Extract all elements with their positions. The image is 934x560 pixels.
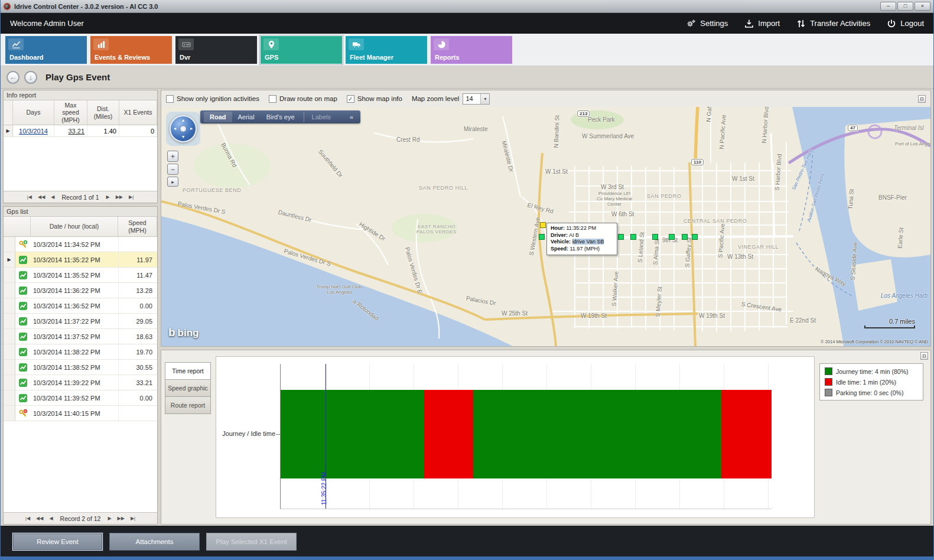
last-record-button[interactable]: ▶| [128,194,135,200]
chart-tab-speed-graphic[interactable]: Speed graphic [165,379,211,397]
bing-logo[interactable]: b bing [168,326,199,339]
tab-events-reviews[interactable]: Events & Reviews [90,36,172,64]
column-days[interactable]: Days [13,100,54,125]
gps-point-icon [15,360,31,375]
maximize-button[interactable]: □ [897,2,913,11]
prev-record-button[interactable]: ◀ [48,516,54,521]
tab-dvr[interactable]: Dvr [175,36,257,64]
gps-speed: 13.28 [118,283,157,298]
map[interactable]: MiralestePeck ParkW Summerland AveCrest … [161,107,930,346]
close-button[interactable]: × [915,2,930,11]
gps-point-marker[interactable] [682,234,688,240]
tab-fleet-manager[interactable]: Fleet Manager [346,36,427,64]
import-button[interactable]: Import [744,19,780,28]
first-record-button[interactable]: |◀ [24,516,31,521]
map-label: Trump Nat'l Golf Club-Los Angeles [314,284,366,295]
gps-datetime: 10/3/2014 11:38:22 PM [31,344,118,359]
next-record-button[interactable]: ▶ [105,194,111,200]
map-view-road[interactable]: Road [204,112,232,122]
column-max-speed[interactable]: Max speed (MPH) [54,100,87,125]
gps-list-row[interactable]: 10/3/2014 11:36:52 PM 0.00 [4,298,157,314]
prev-page-button[interactable]: ◀◀ [35,516,44,521]
map-label: W 3rd St [601,184,624,190]
gps-speed: 18.63 [118,329,157,344]
gps-point-marker[interactable] [630,234,636,240]
right-column: Show only ignition activitiesDraw route … [161,90,931,525]
column-speed[interactable]: Speed (MPH) [118,217,157,236]
checkbox-show-map-info[interactable]: ✓Show map info [347,95,402,103]
gps-list-row[interactable]: 10/3/2014 11:35:52 PM 11.47 [4,268,157,283]
map-label: W 13th St [727,253,753,260]
collapse-chart-panel-button[interactable] [920,352,928,360]
gps-list-row[interactable]: 10/3/2014 11:39:22 PM 33.21 [4,375,157,390]
row-indicator [4,375,15,390]
next-page-button[interactable]: ▶▶ [116,516,126,521]
gps-point-marker[interactable] [669,234,675,240]
gps-point-marker[interactable] [652,234,658,240]
map-label: BNSF-Pier [878,194,907,201]
gps-point-marker[interactable] [618,234,624,240]
last-record-button[interactable]: ▶| [129,516,136,521]
nav-down-button[interactable]: ↓ [24,71,37,84]
play-selected-x1-event-button[interactable]: Play Selected X1 Event [206,533,297,551]
expand-button[interactable]: ▸ [167,177,178,187]
settings-button[interactable]: Settings [686,19,728,28]
legend-swatch [825,367,832,375]
map-pan-control[interactable]: ▲ ▲ ▲ ▲ [166,112,200,146]
review-event-button[interactable]: Review Event [12,533,103,551]
prev-page-button[interactable]: ◀◀ [37,194,46,200]
map-zoom-select[interactable]: 14 ▼ [463,93,490,105]
gps-point-marker[interactable] [539,234,545,240]
tab-gps[interactable]: GPS [261,36,342,64]
chart-tab-route-report[interactable]: Route report [165,396,211,414]
column-x1-events[interactable]: X1 Events [119,100,157,125]
gps-list-row[interactable]: 10/3/2014 11:38:22 PM 19.70 [4,344,157,360]
gps-list-row[interactable]: 10/3/2014 11:37:22 PM 29.05 [4,314,157,329]
checkbox-show-only-ignition-activities[interactable]: Show only ignition activities [166,95,259,103]
chart-tab-time-report[interactable]: Time report [165,362,211,380]
gps-list-row[interactable]: 10/3/2014 11:40:15 PM [4,406,157,421]
next-record-button[interactable]: ▶ [106,516,112,521]
info-record-navigator: |◀ ◀◀ ◀ Record 1 of 1 ▶ ▶▶ ▶| [4,191,157,203]
tab-reports[interactable]: Reports [431,36,512,64]
tab-dashboard[interactable]: Dashboard [5,36,87,64]
topbar: Welcome Admin User SettingsImportTransfe… [1,13,933,34]
map-view-bird-s-eye[interactable]: Bird's eye [261,112,301,122]
map-options: Show only ignition activitiesDraw route … [166,95,402,103]
max-speed-link[interactable]: 33.21 [68,128,84,135]
collapse-map-panel-button[interactable] [918,95,926,103]
column-datetime[interactable]: Date / hour (local) [31,217,118,236]
gps-list-row[interactable]: 10/3/2014 11:37:52 PM 18.63 [4,329,157,344]
legend-swatch [825,389,832,396]
minimize-button[interactable]: – [880,2,896,11]
next-page-button[interactable]: ▶▶ [115,194,124,200]
collapse-map-menu-button[interactable]: « [346,112,357,122]
prev-record-button[interactable]: ◀ [50,194,56,200]
gps-list-row[interactable]: 10/3/2014 11:39:52 PM 0.00 [4,390,157,406]
attachments-button[interactable]: Attachments [109,533,200,551]
gps-list-row[interactable]: 10/3/2014 11:34:52 PM [4,237,157,252]
app-window: Idrive Control Center - 3.0.2 version - … [0,0,934,560]
event-start-marker[interactable] [540,222,546,228]
gps-list-row[interactable]: 10/3/2014 11:38:52 PM 30.55 [4,360,157,375]
map-label: San Pedro Hill [419,185,468,191]
map-view-aerial[interactable]: Aerial [232,112,261,122]
map-label: Terminal Isl [894,125,924,131]
zoom-in-button[interactable]: + [167,151,178,162]
zoom-out-button[interactable]: − [167,164,178,175]
row-indicator: ▶ [4,125,13,136]
gps-point-marker[interactable] [692,234,698,240]
gps-list-row[interactable]: 10/3/2014 11:36:22 PM 13.28 [4,283,157,298]
gps-list-row[interactable]: ▶ 10/3/2014 11:35:22 PM 11.97 [4,252,157,268]
checkbox-draw-route-on-map[interactable]: Draw route on map [269,95,337,103]
map-view-labels[interactable]: Labels [304,112,337,122]
nav-back-button[interactable]: ← [6,71,19,84]
column-dist[interactable]: Dist. (Miles) [87,100,119,125]
transfer-activities-button[interactable]: Transfer Activities [796,19,870,28]
first-record-button[interactable]: |◀ [26,194,33,200]
gps-datetime: 10/3/2014 11:37:22 PM [31,314,118,328]
day-link[interactable]: 10/3/2014 [19,128,48,135]
info-report-row[interactable]: ▶ 10/3/2014 33.21 1.40 0 [4,125,157,137]
logout-button[interactable]: Logout [887,19,924,28]
checkbox-icon [269,95,276,103]
